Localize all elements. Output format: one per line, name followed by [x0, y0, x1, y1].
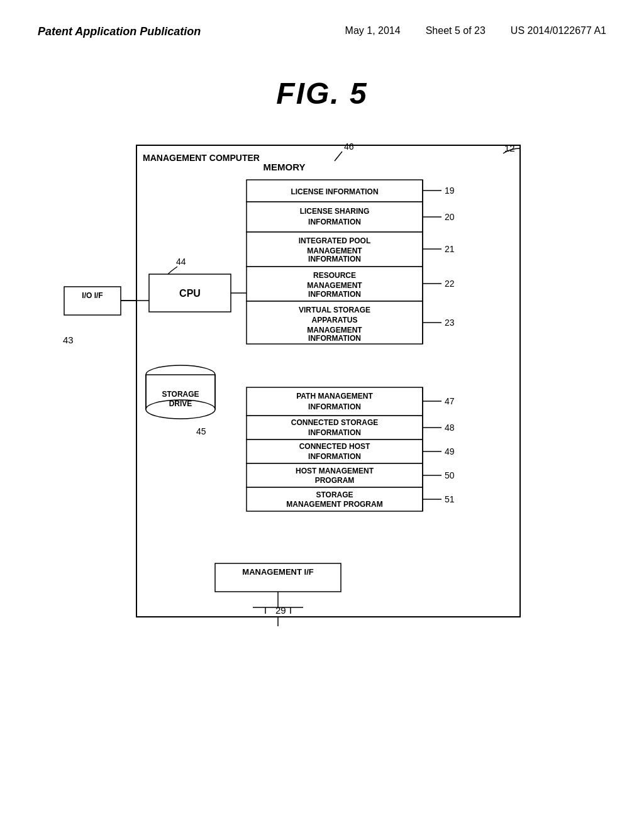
- svg-text:PATH MANAGEMENT: PATH MANAGEMENT: [296, 392, 373, 401]
- svg-text:INFORMATION: INFORMATION: [308, 428, 361, 437]
- svg-rect-37: [247, 416, 423, 440]
- patent-number: US 2014/0122677 A1: [511, 25, 606, 36]
- svg-text:20: 20: [445, 212, 455, 222]
- svg-rect-46: [247, 487, 423, 511]
- svg-text:MANAGEMENT COMPUTER: MANAGEMENT COMPUTER: [143, 153, 260, 163]
- svg-text:INFORMATION: INFORMATION: [308, 452, 361, 461]
- svg-text:MANAGEMENT PROGRAM: MANAGEMENT PROGRAM: [286, 500, 382, 509]
- svg-text:12: 12: [504, 143, 515, 153]
- svg-text:MEMORY: MEMORY: [264, 162, 306, 172]
- svg-text:CPU: CPU: [179, 288, 201, 299]
- svg-text:47: 47: [445, 396, 455, 406]
- svg-text:44: 44: [176, 257, 186, 267]
- diagram-svg: MEMORY I/O I/F 43 44 CPU STORAGE DRIVE 4…: [52, 136, 592, 702]
- svg-text:MANAGEMENT: MANAGEMENT: [307, 326, 362, 335]
- svg-text:22: 22: [445, 279, 455, 289]
- svg-text:STORAGE: STORAGE: [316, 490, 353, 499]
- svg-rect-43: [247, 463, 423, 487]
- svg-text:CONNECTED HOST: CONNECTED HOST: [299, 442, 370, 451]
- svg-line-80: [335, 152, 342, 161]
- svg-rect-69: [215, 563, 341, 592]
- svg-text:INFORMATION: INFORMATION: [308, 255, 361, 263]
- sheet-info: Sheet 5 of 23: [426, 25, 486, 36]
- svg-text:PROGRAM: PROGRAM: [315, 476, 355, 485]
- svg-text:MANAGEMENT: MANAGEMENT: [307, 246, 362, 255]
- svg-text:CONNECTED STORAGE: CONNECTED STORAGE: [291, 418, 378, 427]
- svg-rect-0: [136, 145, 520, 617]
- svg-text:19: 19: [445, 185, 455, 196]
- svg-text:23: 23: [445, 318, 455, 328]
- svg-text:I/O I/F: I/O I/F: [82, 291, 103, 300]
- svg-text:LICENSE SHARING: LICENSE SHARING: [300, 207, 370, 216]
- svg-text:45: 45: [196, 426, 206, 436]
- diagram-container: MEMORY I/O I/F 43 44 CPU STORAGE DRIVE 4…: [52, 136, 592, 702]
- svg-text:50: 50: [445, 470, 455, 480]
- svg-rect-18: [247, 202, 423, 232]
- svg-text:INFORMATION: INFORMATION: [308, 334, 361, 343]
- svg-text:VIRTUAL STORAGE: VIRTUAL STORAGE: [299, 306, 370, 314]
- svg-text:46: 46: [344, 141, 354, 152]
- svg-text:MANAGEMENT I/F: MANAGEMENT I/F: [242, 567, 313, 577]
- svg-rect-21: [247, 232, 423, 267]
- svg-text:RESOURCE: RESOURCE: [313, 271, 356, 280]
- svg-text:21: 21: [445, 244, 455, 254]
- svg-rect-16: [247, 180, 423, 202]
- svg-rect-2: [64, 287, 121, 315]
- svg-text:APPARATUS: APPARATUS: [312, 316, 358, 324]
- svg-text:INTEGRATED POOL: INTEGRATED POOL: [299, 236, 370, 245]
- svg-rect-25: [247, 267, 423, 301]
- header-meta: May 1, 2014 Sheet 5 of 23 US 2014/012267…: [345, 25, 606, 36]
- publication-label: Patent Application Publication: [38, 25, 201, 38]
- svg-text:HOST MANAGEMENT: HOST MANAGEMENT: [296, 467, 374, 475]
- svg-rect-40: [247, 440, 423, 463]
- svg-rect-9: [146, 375, 215, 409]
- svg-rect-29: [247, 301, 423, 344]
- svg-text:DRIVE: DRIVE: [169, 399, 192, 408]
- page-header: Patent Application Publication May 1, 20…: [0, 0, 644, 38]
- svg-text:MANAGEMENT: MANAGEMENT: [307, 281, 362, 290]
- svg-text:STORAGE: STORAGE: [162, 390, 199, 399]
- svg-point-12: [146, 400, 215, 419]
- svg-text:INFORMATION: INFORMATION: [308, 402, 361, 411]
- svg-text:INFORMATION: INFORMATION: [308, 218, 361, 226]
- svg-point-8: [146, 365, 215, 384]
- svg-text:29: 29: [275, 605, 286, 616]
- svg-text:INFORMATION: INFORMATION: [308, 290, 361, 299]
- svg-text:LICENSE INFORMATION: LICENSE INFORMATION: [291, 187, 378, 196]
- figure-title: FIG. 5: [0, 76, 644, 111]
- svg-text:49: 49: [445, 446, 455, 456]
- svg-text:51: 51: [445, 494, 455, 504]
- svg-rect-6: [149, 274, 231, 312]
- svg-text:43: 43: [63, 335, 74, 345]
- svg-text:48: 48: [445, 423, 455, 433]
- svg-rect-34: [247, 387, 423, 416]
- pub-date: May 1, 2014: [345, 25, 401, 36]
